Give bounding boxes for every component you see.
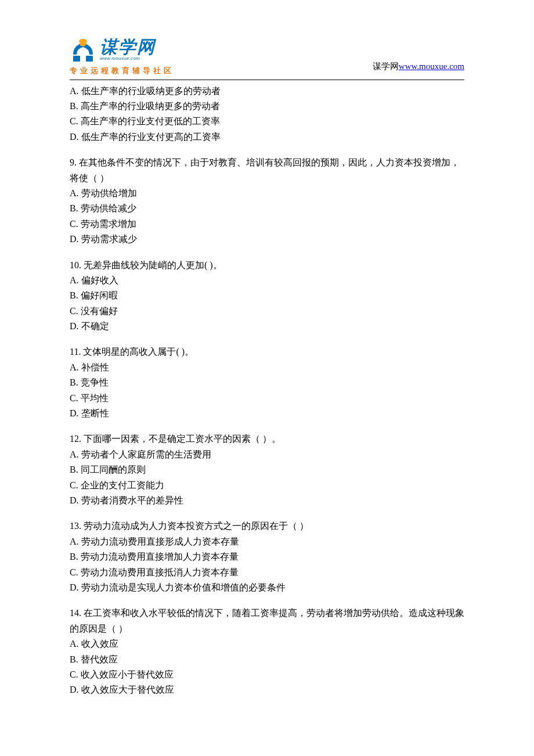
- option-d: D. 收入效应大于替代效应: [70, 682, 464, 697]
- question-14: 14. 在工资率和收入水平较低的情况下，随着工资率提高，劳动者将增加劳动供给。造…: [70, 606, 464, 697]
- option-c: C. 平均性: [70, 391, 464, 406]
- option-a: A. 劳动供给增加: [70, 186, 464, 201]
- question-13: 13. 劳动力流动成为人力资本投资方式之一的原因在于（ ） A. 劳动力流动费用…: [70, 519, 464, 595]
- option-d: D. 低生产率的行业支付更高的工资率: [70, 129, 464, 145]
- question-stem: 10. 无差异曲线较为陡峭的人更加( )。: [70, 258, 464, 273]
- option-b: B. 竞争性: [70, 375, 464, 390]
- page-header: 谋学网 www.mouxue.com 专业远程教育辅导社区 谋学网www.mou…: [70, 37, 464, 77]
- logo-tagline: 专业远程教育辅导社区: [70, 65, 174, 77]
- option-d: D. 不确定: [70, 319, 464, 334]
- option-c: C. 劳动力流动费用直接抵消人力资本存量: [70, 565, 464, 580]
- option-b: B. 劳动力流动费用直接增加人力资本存量: [70, 549, 464, 564]
- question-11: 11. 文体明星的高收入属于( )。 A. 补偿性 B. 竞争性 C. 平均性 …: [70, 344, 464, 421]
- option-b: B. 高生产率的行业吸纳更多的劳动者: [70, 99, 464, 114]
- option-a: A. 低生产率的行业吸纳更多的劳动者: [70, 84, 464, 99]
- option-d: D. 劳动需求减少: [70, 232, 464, 247]
- option-a: A. 收入效应: [70, 636, 464, 651]
- option-c: C. 收入效应小于替代效应: [70, 667, 464, 682]
- question-stem: 12. 下面哪一因素，不是确定工资水平的因素（ ）。: [70, 431, 464, 447]
- document-page: 谋学网 www.mouxue.com 专业远程教育辅导社区 谋学网www.mou…: [0, 0, 534, 755]
- option-a: A. 补偿性: [70, 360, 464, 375]
- logo-row: 谋学网 www.mouxue.com: [70, 37, 174, 63]
- option-c: C. 高生产率的行业支付更低的工资率: [70, 114, 464, 129]
- header-divider: [70, 80, 464, 80]
- question-9: 9. 在其他条件不变的情况下，由于对教育、培训有较高回报的预期，因此，人力资本投…: [70, 155, 464, 247]
- question-12: 12. 下面哪一因素，不是确定工资水平的因素（ ）。 A. 劳动者个人家庭所需的…: [70, 431, 464, 508]
- option-c: C. 企业的支付工资能力: [70, 478, 464, 493]
- logo-subtitle-url: www.mouxue.com: [100, 55, 156, 62]
- logo-icon: [70, 37, 96, 63]
- header-right: 谋学网www.mouxue.com: [373, 59, 464, 77]
- header-site-name: 谋学网: [373, 62, 399, 71]
- logo-text-block: 谋学网 www.mouxue.com: [100, 38, 156, 63]
- option-c: C. 劳动需求增加: [70, 217, 464, 232]
- option-d: D. 劳动力流动是实现人力资本价值和增值的必要条件: [70, 580, 464, 595]
- logo-title: 谋学网: [100, 38, 156, 56]
- option-a: A. 劳动者个人家庭所需的生活费用: [70, 447, 464, 462]
- option-d: D. 垄断性: [70, 406, 464, 421]
- option-b: B. 同工同酬的原则: [70, 462, 464, 477]
- question-stem: 13. 劳动力流动成为人力资本投资方式之一的原因在于（ ）: [70, 519, 464, 534]
- logo-block: 谋学网 www.mouxue.com 专业远程教育辅导社区: [70, 37, 174, 77]
- option-b: B. 偏好闲暇: [70, 288, 464, 303]
- question-10: 10. 无差异曲线较为陡峭的人更加( )。 A. 偏好收入 B. 偏好闲暇 C.…: [70, 258, 464, 334]
- option-a: A. 劳动力流动费用直接形成人力资本存量: [70, 534, 464, 549]
- question-stem: 14. 在工资率和收入水平较低的情况下，随着工资率提高，劳动者将增加劳动供给。造…: [70, 606, 464, 636]
- option-a: A. 偏好收入: [70, 273, 464, 288]
- option-d: D. 劳动者消费水平的差异性: [70, 493, 464, 508]
- header-site-link[interactable]: www.mouxue.com: [399, 62, 464, 71]
- partial-question-options: A. 低生产率的行业吸纳更多的劳动者 B. 高生产率的行业吸纳更多的劳动者 C.…: [70, 84, 464, 145]
- svg-rect-1: [73, 56, 80, 62]
- option-c: C. 没有偏好: [70, 304, 464, 319]
- question-stem: 11. 文体明星的高收入属于( )。: [70, 344, 464, 359]
- option-b: B. 劳动供给减少: [70, 201, 464, 216]
- svg-rect-2: [86, 56, 93, 62]
- option-b: B. 替代效应: [70, 652, 464, 667]
- document-content: A. 低生产率的行业吸纳更多的劳动者 B. 高生产率的行业吸纳更多的劳动者 C.…: [70, 84, 464, 698]
- question-stem: 9. 在其他条件不变的情况下，由于对教育、培训有较高回报的预期，因此，人力资本投…: [70, 155, 464, 186]
